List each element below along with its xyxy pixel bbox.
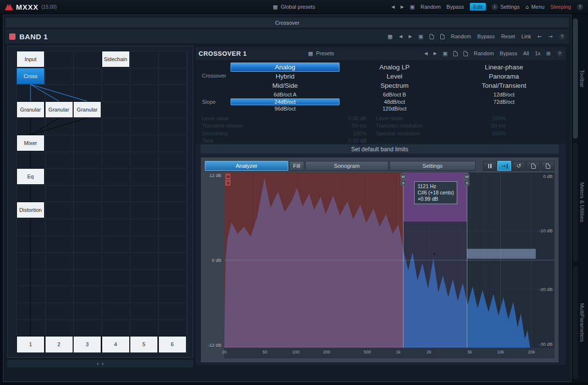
node-cross[interactable]: Cross	[16, 68, 45, 84]
node-granular-2[interactable]: Granular	[45, 101, 73, 118]
spectrum-plot[interactable]: 0 dB -10 dB -20 dB -30 dB MSMSMS 1121 Hz…	[224, 173, 555, 348]
node-granular-3[interactable]: Granular	[73, 101, 101, 118]
xo-help-button[interactable]: ?	[557, 50, 563, 57]
band-slot-3[interactable]: 3	[73, 336, 101, 353]
crossover-type-level[interactable]: Level	[339, 72, 450, 81]
routing-scrollbar[interactable]: ‹ ›	[7, 360, 193, 368]
node-granular-1[interactable]: Granular	[16, 101, 45, 118]
reset-analysis-button[interactable]: ↺	[512, 161, 526, 171]
undo-button[interactable]: ←	[538, 33, 542, 40]
crossover-type-tonal-transient[interactable]: Tonal/Transient	[449, 81, 559, 90]
crossover-type-analog[interactable]: Analog	[231, 63, 340, 72]
band-bypass-button[interactable]: Bypass	[478, 33, 495, 39]
prev-preset-button[interactable]: ◀	[391, 4, 395, 9]
tab-settings[interactable]: Settings	[389, 161, 476, 171]
xo-random-button[interactable]: Random	[474, 50, 494, 56]
band-link-button[interactable]: Link	[521, 33, 531, 39]
menu-button[interactable]: ⌂ Menu	[526, 4, 545, 10]
band-slot-1[interactable]: 1	[16, 336, 45, 353]
y-right-tick: 0 dB	[543, 174, 553, 179]
band-prev-preset-button[interactable]: ◀	[399, 34, 402, 39]
xo-next-preset-button[interactable]: ▶	[433, 51, 437, 56]
crossover-type-midside[interactable]: Mid/Side	[230, 81, 340, 90]
xo-multiplier-button[interactable]: 1x	[535, 50, 541, 56]
tab-sonogram[interactable]: Sonogram	[305, 161, 388, 171]
node-eq[interactable]: Eq	[16, 168, 45, 185]
crossover-type-spectrum[interactable]: Spectrum	[339, 81, 450, 90]
crossover-strip[interactable]: Crossover	[5, 17, 569, 28]
rail-tab-toolbar[interactable]: Toolbar	[572, 17, 588, 140]
crossover-strip-title: Crossover	[275, 20, 299, 26]
help-button[interactable]: ?	[577, 4, 583, 10]
band-slot-4[interactable]: 4	[102, 336, 130, 353]
rail-scrollbar[interactable]	[573, 143, 578, 262]
crossover-panel: CROSSOVER 1 ▦ Presets ◀ ▶ ▣ Random Bypas…	[196, 47, 566, 365]
node-distortion[interactable]: Distortion	[16, 202, 45, 218]
detach-icon[interactable]: ⊞	[546, 50, 551, 57]
crossover-type-analog-lp[interactable]: Analog LP	[339, 63, 450, 72]
band-paste-icon[interactable]	[440, 34, 445, 39]
xo-bypass-button[interactable]: Bypass	[500, 50, 517, 56]
tab-fill[interactable]: Fill	[289, 161, 304, 171]
copy-analysis-button[interactable]	[526, 161, 540, 171]
node-input[interactable]: Input	[16, 51, 45, 67]
ab-compare-icon[interactable]: ▣	[410, 4, 415, 10]
band-copy-icon[interactable]	[430, 34, 434, 39]
node-mixer[interactable]: Mixer	[16, 135, 45, 151]
pause-button[interactable]	[483, 161, 496, 171]
crossover-type-hybrid[interactable]: Hybrid	[230, 72, 340, 81]
slope-row-label: Slope	[202, 99, 216, 105]
xo-paste-icon[interactable]	[464, 51, 468, 56]
global-presets-button[interactable]: ▦ Global presets	[273, 4, 315, 10]
slope-12[interactable]: 12dB/oct	[449, 91, 559, 98]
slope-120[interactable]: 120dB/oct	[339, 105, 450, 112]
rail-scrollbar[interactable]	[573, 266, 578, 379]
crossover-type-panorama[interactable]: Panorama	[449, 72, 559, 81]
paste-analysis-button[interactable]	[541, 161, 555, 171]
next-preset-button[interactable]: ▶	[401, 4, 404, 9]
slope-72[interactable]: 72dB/oct	[449, 98, 559, 106]
sleeping-status[interactable]: Sleeping	[550, 4, 571, 10]
normalize-button[interactable]: →	[497, 161, 511, 171]
set-default-band-limits-button[interactable]: Set default band limits	[201, 144, 559, 154]
xo-all-button[interactable]: All	[523, 50, 529, 56]
band-slot-5[interactable]: 5	[130, 336, 158, 353]
xo-copy-icon[interactable]	[453, 51, 458, 56]
band-help-button[interactable]: ?	[559, 33, 565, 40]
crossover-presets-button[interactable]: ▦ Presets	[308, 50, 334, 57]
xo-ab-compare-icon[interactable]: ▣	[443, 50, 448, 57]
random-button[interactable]: Random	[420, 4, 441, 10]
scroll-left-icon[interactable]: ‹	[97, 360, 99, 367]
crossover-type-linear-phase[interactable]: Linear-phase	[449, 63, 559, 72]
band-color-swatch[interactable]	[9, 33, 15, 40]
routing-grid[interactable]: Input Sidechain Cross Granular Granular …	[16, 51, 187, 353]
band-ab-compare-icon[interactable]: ▣	[418, 33, 423, 40]
slope-6a[interactable]: 6dB/oct A	[230, 91, 340, 98]
band-presets-grid-icon[interactable]: ▦	[387, 33, 392, 40]
home-icon: ⌂	[526, 4, 529, 10]
band-reset-button[interactable]: Reset	[501, 33, 515, 39]
bypass-button[interactable]: Bypass	[447, 4, 464, 10]
arrow-to-bar-icon: →	[501, 164, 507, 168]
rail-scrollbar[interactable]	[573, 18, 578, 139]
band-next-preset-button[interactable]: ▶	[409, 34, 412, 39]
param-smoothing: Smoothing 100%	[202, 129, 367, 137]
edit-button[interactable]: Edit	[470, 3, 486, 11]
redo-button[interactable]: →	[548, 33, 553, 40]
cursor-tooltip: 1121 Hz C#6 (+18 cents) +0.99 dB	[414, 181, 457, 204]
slope-24[interactable]: 24dB/oct	[231, 98, 340, 106]
rail-label-multiparameters: MultiParameters	[579, 303, 585, 342]
tab-analyzer[interactable]: Analyzer	[205, 161, 288, 171]
scroll-right-icon[interactable]: ›	[102, 360, 104, 367]
rail-tab-meters-utilities[interactable]: Meters & Utilities	[572, 142, 588, 263]
node-sidechain[interactable]: Sidechain	[102, 51, 130, 67]
settings-button[interactable]: i Settings	[492, 4, 520, 10]
band-slot-6[interactable]: 6	[158, 336, 186, 353]
rail-tab-multiparameters[interactable]: MultiParameters	[572, 265, 588, 380]
slope-96[interactable]: 96dB/oct	[230, 105, 340, 112]
slope-48[interactable]: 48dB/oct	[339, 98, 450, 106]
xo-prev-preset-button[interactable]: ◀	[424, 51, 428, 56]
band-random-button[interactable]: Random	[451, 33, 471, 39]
band-slot-2[interactable]: 2	[45, 336, 73, 353]
slope-6b[interactable]: 6dB/oct B	[339, 91, 450, 98]
